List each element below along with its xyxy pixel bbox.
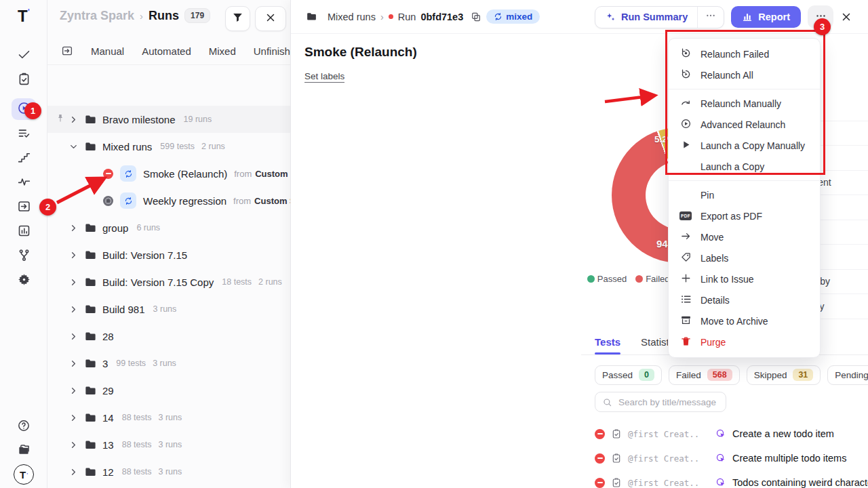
tab-tests[interactable]: Tests (595, 336, 620, 354)
tree-row[interactable]: 28 (47, 323, 290, 350)
set-labels-link[interactable]: Set labels (304, 71, 344, 83)
menu-item-export-as-pdf[interactable]: PDFExport as PDF (669, 205, 820, 226)
sidebar-item-gear[interactable] (12, 270, 36, 291)
copy-run-id-icon[interactable] (471, 12, 481, 22)
chevron-right-icon[interactable] (66, 304, 80, 314)
filter-button[interactable] (225, 6, 250, 31)
test-row[interactable]: @first Creat...Create a new todo item (595, 422, 868, 446)
tree-row[interactable]: Bravo milestone19 runs (47, 106, 290, 133)
menu-item-details[interactable]: Details (669, 289, 820, 310)
menu-item-link-to-issue[interactable]: Link to Issue (669, 268, 820, 289)
menu-item-pin[interactable]: Pin (669, 184, 820, 205)
run-summary-more-button[interactable] (697, 7, 724, 28)
tree-run-label[interactable]: Weekly regression (143, 195, 226, 207)
chevron-right-icon[interactable] (66, 467, 80, 477)
tree-folder-label[interactable]: 3 (102, 358, 108, 369)
menu-item-advanced-relaunch[interactable]: Advanced Relaunch (669, 114, 820, 135)
app-logo-icon[interactable]: T' (0, 7, 47, 26)
tree-run-label[interactable]: Smoke (Relaunch) (143, 168, 227, 180)
menu-item-move-to-archive[interactable]: Move to Archive (669, 310, 820, 331)
tree-row[interactable]: Weekly regressionfromCustom Selection (47, 187, 290, 214)
chevron-right-icon[interactable] (66, 440, 80, 450)
menu-item-relaunch-failed[interactable]: Relaunch Failed (669, 43, 820, 64)
run-summary-button[interactable]: Run Summary (595, 6, 724, 28)
test-title[interactable]: Todos containing weird characters (732, 477, 868, 488)
tree-tab-unfinished[interactable]: Unfinished (254, 45, 290, 57)
search-input[interactable] (617, 396, 719, 408)
menu-item-purge[interactable]: Purge (669, 331, 820, 352)
chevron-right-icon[interactable] (66, 413, 80, 423)
breadcrumb-project[interactable]: Zyntra Spark (60, 9, 134, 23)
sidebar-item-pulse[interactable] (12, 172, 36, 194)
menu-item-relaunch-all[interactable]: Relaunch All (669, 64, 820, 85)
menu-item-labels[interactable]: Labels (669, 247, 820, 268)
tree-folder-label[interactable]: Bravo milestone (102, 114, 176, 125)
test-title[interactable]: Create multiple todo items (732, 453, 846, 464)
tree-row[interactable]: 1388 tests3 runs (47, 431, 290, 458)
tree-row[interactable]: 1488 tests3 runs (47, 404, 290, 431)
tree-folder-label[interactable]: 14 (102, 412, 114, 424)
menu-item-launch-a-copy-manually[interactable]: Launch a Copy Manually (669, 135, 820, 156)
sidebar-item-steps[interactable] (12, 148, 36, 169)
sidebar-item-bar-chart[interactable] (12, 221, 36, 243)
tree-tab-automated[interactable]: Automated (142, 45, 191, 57)
run-source[interactable]: Custom Selection (255, 169, 290, 179)
user-avatar[interactable]: T' (12, 464, 36, 485)
filter-chip-failed[interactable]: Failed568 (669, 365, 740, 385)
sidebar-item-list-check[interactable] (12, 123, 36, 145)
tree-row[interactable]: 1288 tests3 runs (47, 458, 290, 485)
automated-test-icon (715, 428, 726, 439)
filter-chip-skipped[interactable]: Skipped31 (747, 365, 821, 385)
tree-folder-label[interactable]: 28 (102, 331, 114, 342)
sidebar-item-box-arrow[interactable] (12, 197, 36, 218)
report-button[interactable]: Report (731, 6, 801, 28)
chevron-right-icon[interactable] (66, 331, 80, 342)
tree-row[interactable]: Build: Version 7.15 Copy18 tests2 runs (47, 268, 290, 296)
legend-item-passed[interactable]: Passed (587, 274, 627, 284)
filter-chip-pending[interactable]: Pending0 (827, 365, 868, 385)
tree-row[interactable]: Smoke (Relaunch)fromCustom Selection (47, 160, 290, 187)
tree-folder-label[interactable]: Mixed runs (102, 141, 152, 152)
menu-item-move[interactable]: Move (669, 226, 820, 247)
tree-folder-label[interactable]: 13 (102, 439, 114, 451)
test-title[interactable]: Create a new todo item (732, 428, 834, 439)
tree-row[interactable]: 399 tests3 runs (47, 350, 290, 377)
test-row[interactable]: @first Creat...Create multiple todo item… (595, 446, 868, 470)
sidebar-item-check[interactable] (12, 45, 36, 66)
chevron-right-icon[interactable] (66, 359, 80, 369)
tree-row[interactable]: Mixed runs599 tests2 runs (47, 133, 290, 160)
chevron-right-icon[interactable] (66, 223, 80, 233)
tree-folder-label[interactable]: group (102, 222, 128, 234)
menu-item-relaunch-manually[interactable]: Relaunch Manually (669, 93, 820, 114)
sidebar-item-clipboard-check[interactable] (12, 69, 36, 91)
chevron-right-icon[interactable] (66, 386, 80, 396)
tree-folder-label[interactable]: 12 (102, 466, 114, 478)
tree-row[interactable]: group6 runs (47, 214, 290, 241)
chevron-right-icon[interactable] (66, 277, 80, 287)
test-row[interactable]: @first Creat...Todos containing weird ch… (595, 470, 868, 488)
sidebar-item-help[interactable] (12, 416, 36, 438)
close-filter-button[interactable] (255, 6, 286, 31)
tree-folder-label[interactable]: 29 (102, 385, 114, 396)
tree-folder-label[interactable]: Build: Version 7.15 Copy (102, 277, 214, 288)
tree-folder-label[interactable]: Build 981 (102, 304, 145, 315)
chevron-right-icon[interactable] (66, 115, 80, 125)
legend-item-failed[interactable]: Failed (635, 274, 669, 284)
breadcrumb-section[interactable]: Runs (149, 9, 179, 23)
run-breadcrumb-folder[interactable]: Mixed runs (328, 12, 376, 22)
tree-row[interactable]: 29 (47, 377, 290, 404)
tree-row[interactable]: Build: Version 7.15 (47, 241, 290, 268)
filter-chip-passed[interactable]: Passed0 (595, 365, 662, 385)
close-panel-icon[interactable] (840, 11, 852, 23)
tree-tab-manual[interactable]: Manual (91, 45, 124, 57)
menu-item-launch-a-copy[interactable]: Launch a Copy (669, 156, 820, 177)
chevron-down-icon[interactable] (66, 142, 80, 152)
sidebar-item-branch[interactable] (12, 245, 36, 267)
tree-folder-label[interactable]: Build: Version 7.15 (102, 249, 187, 261)
tree-tab-mixed[interactable]: Mixed (209, 45, 236, 57)
chevron-right-icon[interactable] (66, 250, 80, 260)
run-source[interactable]: Custom Selection (254, 196, 290, 206)
bulk-select-icon[interactable] (61, 45, 73, 57)
sidebar-item-folders[interactable] (12, 441, 36, 462)
tree-row[interactable]: Build 9813 runs (47, 296, 290, 323)
